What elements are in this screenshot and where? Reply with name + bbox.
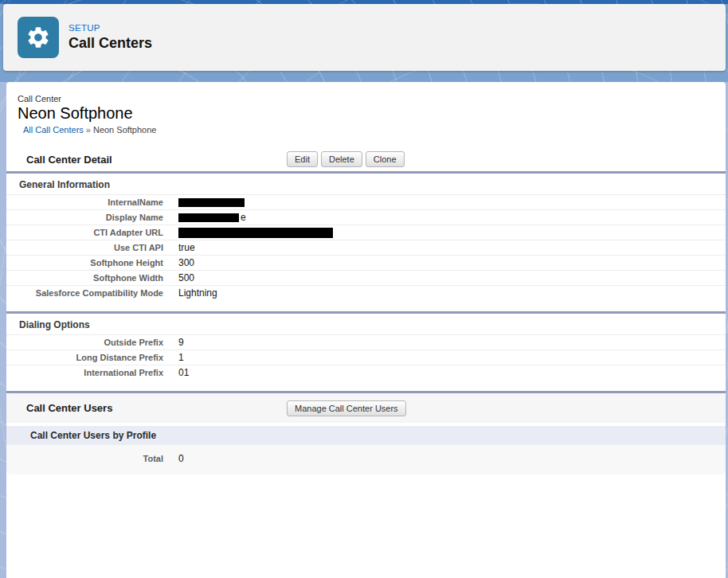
users-title: Call Center Users — [26, 402, 287, 414]
field-label: Salesforce Compatibility Mode — [6, 288, 163, 298]
field-row: International Prefix01 — [6, 365, 726, 380]
users-section: Call Center Users Manage Call Center Use… — [6, 391, 726, 475]
breadcrumb-link-all-call-centers[interactable]: All Call Centers — [23, 125, 84, 135]
breadcrumb: All Call Centers»Neon Softphone — [18, 125, 726, 135]
detail-title: Call Center Detail — [26, 154, 287, 166]
page-head: Call Center Neon Softphone All Call Cent… — [6, 82, 726, 135]
setup-header-card: SETUP Call Centers — [3, 4, 726, 71]
field-value: 500 — [178, 272, 194, 283]
field-value: 9 — [178, 337, 184, 348]
total-label: Total — [6, 454, 163, 463]
redacted-value — [178, 213, 239, 222]
clone-button[interactable]: Clone — [366, 151, 405, 167]
field-row: Outside Prefix9 — [6, 334, 726, 350]
field-row: CTI Adapter URL — [6, 225, 726, 240]
section-divider — [6, 311, 726, 314]
total-row: Total 0 — [6, 451, 726, 466]
field-label: CTI Adapter URL — [6, 228, 163, 237]
section-title: Dialing Options — [19, 319, 726, 330]
content-card: Call Center Neon Softphone All Call Cent… — [6, 82, 726, 578]
field-value — [178, 198, 245, 207]
field-value — [178, 228, 333, 238]
breadcrumb-separator: » — [84, 125, 93, 135]
delete-button[interactable]: Delete — [321, 151, 362, 167]
redacted-value — [178, 228, 333, 238]
setup-eyebrow: SETUP — [68, 23, 152, 33]
field-row: Display Namee — [6, 209, 726, 225]
field-label: Display Name — [6, 213, 163, 222]
section-title: General Information — [19, 179, 726, 190]
field-label: Use CTI API — [6, 243, 163, 252]
field-row: Softphone Width500 — [6, 270, 726, 285]
field-label: Long Distance Prefix — [6, 353, 163, 362]
field-row: Salesforce Compatibility ModeLightning — [6, 285, 726, 300]
detail-buttons: EditDeleteClone — [287, 151, 405, 167]
field-row: Softphone Height300 — [6, 255, 726, 270]
field-label: Softphone Height — [6, 258, 163, 268]
breadcrumb-current: Neon Softphone — [93, 125, 157, 135]
setup-tile — [18, 17, 59, 58]
detail-header: Call Center Detail EditDeleteClone — [6, 148, 726, 171]
entity-name: Neon Softphone — [18, 104, 726, 123]
users-by-profile-header: Call Center Users by Profile — [6, 426, 726, 445]
field-row: Long Distance Prefix1 — [6, 350, 726, 365]
users-header: Call Center Users Manage Call Center Use… — [6, 393, 726, 423]
redacted-value — [178, 198, 245, 207]
manage-call-center-users-button[interactable]: Manage Call Center Users — [287, 400, 406, 416]
field-label: Softphone Width — [6, 273, 163, 283]
detail-sections: General InformationInternalNameDisplay N… — [6, 171, 726, 380]
users-total-row-wrap: Total 0 — [6, 445, 726, 475]
field-value: 300 — [178, 257, 194, 268]
section-divider — [6, 171, 726, 174]
field-value: Lightning — [178, 287, 217, 299]
field-label: Outside Prefix — [6, 338, 163, 347]
field-value: e — [178, 212, 246, 223]
entity-label: Call Center — [18, 94, 726, 103]
field-value: 01 — [178, 367, 189, 378]
total-value: 0 — [178, 453, 184, 464]
page-title: Call Centers — [68, 35, 152, 52]
field-value: true — [178, 242, 195, 253]
edit-button[interactable]: Edit — [287, 151, 318, 167]
field-label: InternalName — [6, 197, 163, 207]
field-value: 1 — [178, 352, 184, 363]
field-row: InternalName — [6, 194, 726, 209]
field-label: International Prefix — [6, 368, 163, 377]
gear-icon — [25, 25, 51, 50]
field-row: Use CTI APItrue — [6, 240, 726, 255]
